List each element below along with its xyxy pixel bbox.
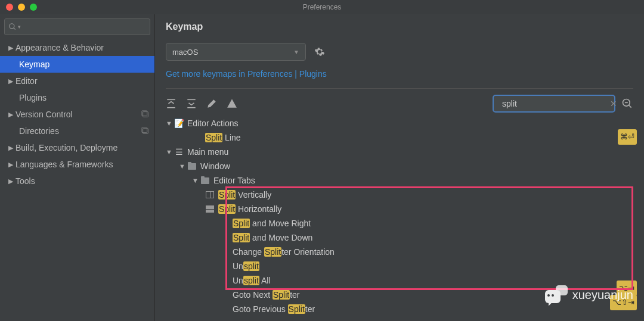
- content-pane: Keymap macOS ▼ Get more keymaps in Prefe…: [155, 14, 644, 321]
- scope-icon: [141, 127, 150, 135]
- action-search-input[interactable]: [502, 99, 606, 108]
- split-horizontal-icon: [205, 205, 215, 213]
- expand-all-icon[interactable]: [166, 98, 177, 109]
- wechat-icon: [545, 285, 568, 304]
- svg-line-1: [14, 28, 16, 30]
- search-icon: [8, 23, 17, 31]
- folder-icon: [200, 176, 210, 185]
- sidebar-item-plugins[interactable]: Plugins: [0, 89, 154, 106]
- svg-line-13: [629, 105, 631, 108]
- edit-icon[interactable]: [206, 98, 217, 109]
- minimize-window[interactable]: [18, 4, 25, 11]
- tree-group-editor-tabs[interactable]: ▼Editor Tabs: [166, 173, 633, 188]
- window-title: Preferences: [303, 3, 342, 11]
- action-split-horizontally[interactable]: Split Horizontally: [166, 202, 633, 216]
- action-search[interactable]: ✕: [493, 95, 615, 113]
- scope-icon: [141, 110, 150, 119]
- keymap-scheme-select[interactable]: macOS ▼: [166, 43, 306, 61]
- get-keymaps-link[interactable]: Get more keymaps in Preferences | Plugin…: [166, 69, 633, 79]
- scheme-value: macOS: [172, 48, 198, 57]
- sidebar-item-build[interactable]: ▶Build, Execution, Deployme: [0, 139, 154, 156]
- watermark: xueyuanjun: [545, 285, 633, 304]
- sidebar: ▾ ▶Appearance & Behavior Keymap ▶Editor …: [0, 14, 155, 321]
- maximize-window[interactable]: [30, 4, 37, 11]
- action-change-splitter-orientation[interactable]: Change Splitter Orientation: [166, 245, 633, 259]
- menu-icon: ☰: [174, 148, 184, 156]
- separator: [166, 88, 633, 89]
- watermark-text: xueyuanjun: [572, 288, 633, 302]
- sidebar-item-appearance[interactable]: ▶Appearance & Behavior: [0, 39, 154, 56]
- sidebar-search[interactable]: ▾: [4, 18, 150, 35]
- action-unsplit[interactable]: Unsplit: [166, 259, 633, 273]
- gear-icon[interactable]: [314, 46, 325, 57]
- svg-point-0: [10, 24, 14, 29]
- traffic-lights: [6, 4, 37, 11]
- sidebar-item-tools[interactable]: ▶Tools: [0, 173, 154, 189]
- action-split-move-right[interactable]: Split and Move Right: [166, 216, 633, 230]
- sidebar-item-editor[interactable]: ▶Editor: [0, 73, 154, 89]
- chevron-down-icon: ▾: [18, 24, 21, 30]
- folder-icon: [187, 162, 197, 170]
- action-split-line[interactable]: Split Line: [166, 130, 633, 145]
- sidebar-item-directories[interactable]: Directories: [0, 123, 154, 139]
- action-split-move-down[interactable]: Split and Move Down: [166, 230, 633, 245]
- find-shortcut-icon[interactable]: [621, 98, 633, 110]
- sidebar-item-keymap[interactable]: Keymap: [0, 56, 154, 73]
- page-title: Keymap: [166, 21, 633, 32]
- chevron-down-icon: ▼: [293, 49, 299, 55]
- sidebar-item-languages[interactable]: ▶Languages & Frameworks: [0, 156, 154, 173]
- tree-group-window[interactable]: ▼Window: [166, 159, 633, 173]
- tree-group-editor-actions[interactable]: ▼📝Editor Actions: [166, 116, 633, 130]
- sidebar-item-version-control[interactable]: ▶Version Control: [0, 106, 154, 123]
- sidebar-tree: ▶Appearance & Behavior Keymap ▶Editor Pl…: [0, 39, 154, 321]
- warning-icon[interactable]: [227, 98, 237, 109]
- clear-search-icon[interactable]: ✕: [610, 99, 617, 108]
- editor-actions-icon: 📝: [174, 119, 184, 127]
- action-split-vertically[interactable]: Split Vertically: [166, 188, 633, 202]
- titlebar: Preferences: [0, 0, 644, 14]
- close-window[interactable]: [6, 4, 13, 11]
- collapse-all-icon[interactable]: [186, 98, 197, 109]
- tree-group-main-menu[interactable]: ▼☰Main menu: [166, 145, 633, 159]
- split-vertical-icon: [205, 191, 215, 199]
- shortcut-badge: ⌘⏎: [618, 129, 637, 145]
